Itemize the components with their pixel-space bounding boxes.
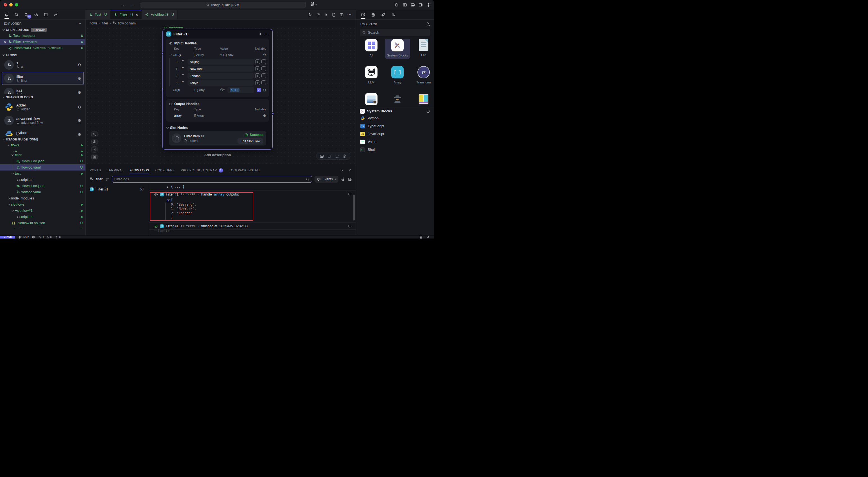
run-node-icon[interactable] [258,32,262,36]
toolpack-category-llm[interactable]: LLM [359,66,384,84]
restart-icon[interactable] [316,13,320,17]
card-Adder[interactable]: Adderadder⚙ [2,101,84,114]
tree-item-scriptlets[interactable]: scriptlets [0,214,86,220]
notifications-icon[interactable] [426,235,430,238]
item-value-input[interactable]: Tokyo [187,80,254,86]
customize-layout-icon[interactable] [395,3,399,7]
remote-indicator[interactable]: »OVM [0,236,15,238]
problems-indicator[interactable]: 1 0 [38,235,52,238]
log-node-row[interactable]: []Filter #153 [86,186,149,193]
gear-icon[interactable]: ⚙ [78,105,81,109]
breadcrumb-flow.oo.yaml[interactable]: flow.oo.yaml [118,21,136,25]
breadcrumb[interactable]: flows›filter›flow.oo.yaml [86,20,355,27]
json-expander-icon[interactable]: ▾ [167,199,170,202]
open-editor-item[interactable]: ✕Filterflows/filterU [0,39,86,45]
toolpack-category-array[interactable]: [ ]Array [385,66,410,84]
zoom-in-button[interactable] [91,131,97,137]
panel-right-icon[interactable] [418,3,423,7]
collapse-panel-icon[interactable] [340,168,343,172]
panel-tab-terminal[interactable]: TERMINAL [107,166,124,174]
close-editor-icon[interactable]: ✕ [3,40,7,44]
card-s[interactable]: sa⚙ [2,58,84,71]
add-description-button[interactable]: Add description [162,153,273,157]
output-row-array[interactable]: array[] Array⚙ [169,112,266,119]
map-icon[interactable] [328,154,332,158]
comment-icon[interactable] [348,192,352,196]
close-panel-icon[interactable] [348,168,352,172]
right-activity-gift-button[interactable] [370,11,376,18]
tree-item-flow.oo.yaml[interactable]: flow.oo.yamlU [0,189,86,195]
activity-blocks-button[interactable] [33,11,39,18]
remove-item-button[interactable]: − [261,81,266,85]
system-block-javascript[interactable]: JSJavaScript [356,130,434,138]
open-editors-header[interactable]: OPEN EDITORS 1 unsaved [0,27,86,33]
activity-key-button[interactable] [53,11,59,18]
input-port-args[interactable] [161,88,164,90]
ports-indicator[interactable]: 0 [55,235,61,238]
item-value-input[interactable]: London [187,73,254,78]
clear-logs-icon[interactable] [341,177,345,182]
system-block-shell[interactable]: >_Shell [356,146,434,154]
tree-item-slotflows[interactable]: slotflows [0,201,86,208]
git-branch[interactable]: main* [19,235,35,238]
toolpack-item-comic[interactable] [411,93,434,105]
toolpack-category-all[interactable]: All [359,39,384,57]
log-entry-finished[interactable]: []Filter #1filter#1»finished at2025/6/5 … [149,222,355,229]
shared-blocks-header[interactable]: SHARED BLOCKS [0,94,86,100]
panel-bottom-icon[interactable] [411,3,415,7]
fit-width-button[interactable] [91,146,97,153]
system-block-typescript[interactable]: TSTypeScript [356,122,434,130]
comment-icon[interactable] [348,224,352,228]
close-window-button[interactable] [4,3,7,6]
log-flow-name[interactable]: filter [96,177,102,181]
right-activity-rocket-button[interactable] [381,11,386,18]
panel-left-icon[interactable] [403,3,407,7]
handle-row-args[interactable]: args{..} Any∅null✓⚙ [169,86,266,94]
breadcrumb-flows[interactable]: flows [90,21,97,25]
tab-Filter[interactable]: FilterU✕ [111,10,142,20]
gear-icon[interactable]: ⚙ [263,114,266,118]
tree-item-.flow.ui.oo.json[interactable]: .flow.ui.oo.jsonU [0,183,86,189]
explorer-more-icon[interactable]: ··· [78,22,82,25]
back-button[interactable]: ← [122,3,126,7]
nullable-checkbox[interactable]: ✓ [257,88,261,92]
right-activity-chat-button[interactable] [391,11,396,18]
log-entry-collapsed[interactable]: ▸ { ... } [149,184,355,190]
string-type-selector[interactable]: “ [181,74,187,77]
mascot-icon[interactable] [419,235,423,239]
activity-files-button[interactable] [4,11,9,18]
gear-icon[interactable]: ⚙ [78,63,81,67]
grid-button[interactable] [91,154,97,160]
toolpack-category-system-blocks[interactable]: System Blocks [385,39,410,59]
list-filter-icon[interactable] [105,177,110,182]
tree-item-flows[interactable]: flows [0,142,86,148]
new-toolpack-icon[interactable] [426,22,430,26]
log-json[interactable]: ▾[0: "Beijing",1: "NewYork",2: "London"] [149,197,355,222]
open-editor-item[interactable]: +slotflow#3slotflows/+slotflow#3U [0,45,86,51]
input-port-array[interactable] [161,52,164,55]
flows-section-header[interactable]: FLOWS [0,52,86,58]
split-editor-icon[interactable] [340,13,344,17]
panel-tab-code-deps[interactable]: CODE DEPS [155,166,175,174]
zoom-out-button[interactable] [91,139,97,145]
zoom-window-button[interactable] [15,3,18,6]
activity-flows-button[interactable]: 48 [24,11,29,18]
tree-item-.flow.ui.oo.json[interactable]: .flow.ui.oo.jsonU [0,158,86,164]
command-center[interactable]: usage-guide [OVM] [141,2,306,8]
minimize-window-button[interactable] [9,3,13,6]
add-item-button[interactable]: + [255,59,260,64]
add-item-button[interactable]: + [255,66,260,71]
card-filter[interactable]: filterfilter⚙ [2,72,84,85]
profile-menu[interactable] [310,2,317,6]
null-type-selector[interactable]: ∅ [220,88,227,92]
run-icon[interactable] [308,13,312,17]
tab-+slotflow#3[interactable]: +slotflow#3U [142,10,178,20]
tree-item-a[interactable]: a [0,148,86,152]
activity-folder-button[interactable] [43,11,49,18]
tree-item-scriptlets[interactable]: scriptlets [0,177,86,183]
add-item-button[interactable]: + [255,73,260,78]
remove-item-button[interactable]: − [261,59,266,64]
panel-bottom-icon[interactable] [320,154,324,158]
log-entry-output[interactable]: []Filter #1filter#1»handlearrayoutputs:▾… [149,190,355,222]
string-type-selector[interactable]: “ [181,67,187,70]
